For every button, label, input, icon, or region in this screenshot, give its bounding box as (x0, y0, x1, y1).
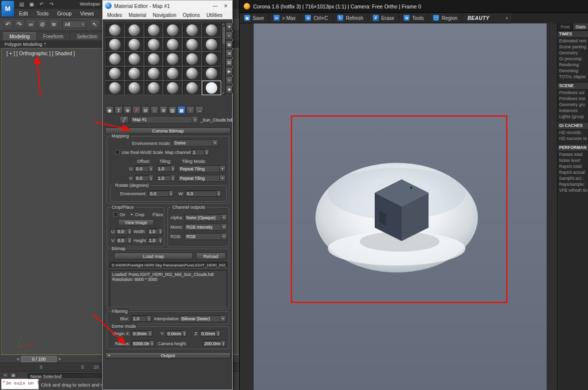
crop-v-spinner[interactable]: 0.0 (116, 237, 132, 244)
spinner-arrows-icon[interactable] (149, 341, 154, 346)
u-tiling-mode-select[interactable]: Repeat Tiling (178, 165, 226, 172)
spinner-arrows-icon[interactable] (182, 331, 186, 336)
u-tiling-spinner[interactable]: 1.0 (156, 165, 175, 172)
menu-item-group[interactable]: Group (57, 10, 72, 16)
bind-to-spacewarp-icon[interactable]: ≋ (49, 19, 59, 29)
put-to-library-icon[interactable]: ⌂ (150, 106, 158, 114)
render-image[interactable] (254, 23, 547, 390)
tab-post[interactable]: Post (558, 23, 573, 30)
spinner-arrows-icon[interactable] (158, 238, 162, 243)
v-tiling-spinner[interactable]: 1.0 (156, 175, 175, 181)
spinner-arrows-icon[interactable] (216, 331, 220, 336)
menu-item-tools[interactable]: Tools (36, 10, 49, 16)
material-sample-slot[interactable] (182, 37, 202, 52)
v-tiling-mode-select[interactable]: Repeat Tiling (178, 175, 226, 182)
rgb-select[interactable]: RGB (184, 233, 227, 240)
to-max-button[interactable]: ≫> Max (269, 13, 301, 23)
material-editor-menu-utilities[interactable]: Utilities (206, 12, 222, 18)
viewport-label[interactable]: [ + ] [ Orthographic ] [ Shaded ] (6, 51, 75, 56)
spinner-arrows-icon[interactable] (204, 149, 209, 155)
spinner-arrows-icon[interactable] (168, 191, 173, 196)
spinner-arrows-icon[interactable] (170, 175, 175, 181)
crop-on-checkbox[interactable] (114, 212, 118, 217)
material-sample-slot[interactable] (125, 37, 144, 52)
crop-radio[interactable] (130, 212, 134, 217)
max-application-logo[interactable]: M (1, 0, 14, 17)
material-sample-slot[interactable] (105, 23, 125, 37)
rotate-w-spinner[interactable]: 0.0 (185, 190, 221, 197)
select-by-material-icon[interactable]: ◉ (226, 85, 233, 94)
scrollbar-thumb[interactable] (222, 27, 225, 44)
material-sample-slot[interactable] (125, 66, 144, 81)
material-sample-slot[interactable] (202, 23, 221, 37)
region-button[interactable]: ▢Region (429, 13, 462, 23)
previous-frame-button[interactable]: < (15, 357, 21, 362)
material-sample-slot[interactable] (105, 81, 125, 95)
material-sample-slot[interactable] (163, 81, 182, 95)
save-button[interactable]: ▣Save (240, 13, 269, 23)
erase-button[interactable]: ✗Erase (368, 13, 399, 23)
material-sample-slot[interactable] (105, 37, 125, 52)
sample-type-icon[interactable]: ● (226, 22, 233, 31)
show-in-viewport-icon[interactable]: ▦ (177, 106, 185, 114)
material-sample-slot[interactable] (182, 81, 202, 95)
menu-item-edit[interactable]: Edit (19, 10, 28, 16)
material-sample-slot[interactable] (163, 37, 182, 52)
select-object-icon[interactable]: ↖ (90, 19, 100, 29)
redo-icon[interactable]: ↷ (48, 0, 55, 8)
material-sample-slot[interactable] (105, 66, 125, 81)
reset-map-icon[interactable]: ✗ (133, 106, 141, 114)
next-frame-button[interactable]: > (57, 357, 62, 362)
show-background-icon[interactable]: ▨ (168, 106, 176, 114)
maxscript-mini-listener[interactable]: "Je suis un l (1, 379, 39, 390)
rotate-environment-spinner[interactable]: 0.0 (148, 190, 173, 197)
material-sample-slot[interactable] (105, 52, 125, 66)
tools-button[interactable]: ⊠Tools (399, 13, 429, 23)
vfb-titlebar[interactable]: Corona 1.6 (hotfix 3) | 716×1013px (1:1)… (240, 0, 588, 13)
pick-material-button[interactable]: ╱ (120, 116, 129, 124)
spinner-arrows-icon[interactable] (170, 166, 175, 171)
material-editor-titlebar[interactable]: Material Editor - Map #1 — × (103, 0, 232, 11)
go-forward-icon[interactable]: → (195, 106, 203, 114)
material-sample-slot[interactable] (144, 23, 163, 37)
slots-scrollbar[interactable] (222, 22, 226, 95)
spinner-arrows-icon[interactable] (127, 229, 132, 234)
u-offset-spinner[interactable]: 0.0 (135, 165, 153, 172)
load-map-button[interactable]: Load map (114, 253, 193, 260)
material-id-icon[interactable]: ⊚ (159, 106, 167, 114)
tab-stats[interactable]: Stats (573, 23, 588, 30)
spinner-arrows-icon[interactable] (221, 341, 225, 346)
crop-u-spinner[interactable]: 0.0 (116, 228, 132, 235)
make-unique-icon[interactable]: ⊟ (142, 106, 149, 114)
assign-to-selection-icon[interactable]: ⊕ (124, 106, 132, 114)
spinner-arrows-icon[interactable] (158, 229, 162, 234)
sample-tiling-icon[interactable]: ⊞ (226, 49, 233, 58)
v-offset-spinner[interactable]: 0.0 (135, 175, 153, 181)
listener-menu-icon[interactable]: ≡ (2, 373, 8, 378)
options-icon[interactable]: ≡ (226, 76, 233, 85)
material-sample-slot[interactable] (163, 66, 182, 81)
video-color-check-icon[interactable]: ▧ (226, 58, 233, 67)
copy-button[interactable]: ⊞Ctrl+C (300, 13, 333, 23)
make-preview-icon[interactable]: ▶ (226, 67, 233, 76)
material-sample-slot[interactable] (163, 23, 182, 37)
material-editor-menu-material[interactable]: Material (129, 12, 147, 18)
crop-width-spinner[interactable]: 1.0 (147, 228, 163, 235)
bitmap-path-field[interactable]: D:\HDRI\Purelight HDRI Sky Panoramas\Pur… (110, 262, 227, 268)
output-rollout[interactable]: + Output (105, 352, 231, 359)
material-sample-slot[interactable] (202, 66, 221, 81)
origin-z-spinner[interactable]: 0.0mm (200, 330, 221, 337)
redo-icon[interactable]: ↷ (14, 19, 24, 29)
material-sample-slot[interactable] (144, 81, 163, 95)
spinner-arrows-icon[interactable] (216, 191, 221, 196)
material-sample-slot[interactable] (182, 23, 202, 37)
alpha-select[interactable]: None (Opaque) (184, 214, 227, 221)
ribbon-tab-modeling[interactable]: Modeling (3, 32, 37, 40)
material-sample-slot[interactable] (144, 52, 163, 66)
close-button[interactable]: × (222, 2, 230, 9)
material-editor-menu-navigation[interactable]: Navigation (153, 12, 176, 18)
put-to-scene-icon[interactable]: ↥ (115, 106, 123, 114)
crop-height-spinner[interactable]: 1.0 (147, 237, 163, 244)
material-sample-slot[interactable] (125, 81, 144, 95)
material-sample-slot[interactable] (182, 52, 202, 66)
